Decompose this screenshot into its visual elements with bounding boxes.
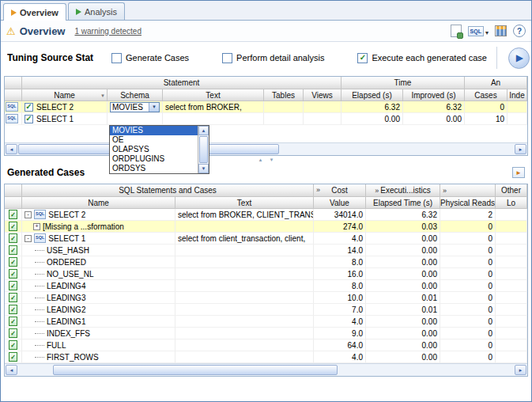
case-name-cell[interactable]: LEADING4: [22, 280, 175, 292]
schema-cell[interactable]: [108, 113, 163, 125]
case-name-cell[interactable]: LEADING1: [22, 316, 175, 328]
case-name-cell[interactable]: LEADING3: [22, 292, 175, 304]
scroll-thumb[interactable]: [53, 365, 338, 375]
statement-text[interactable]: select from BROKER,: [163, 101, 264, 113]
perform-detail-analysis-checkbox[interactable]: Perform detail analysis: [222, 53, 324, 63]
case-row[interactable]: ✓LEADING27.00.010: [5, 304, 527, 316]
splitter-down-icon[interactable]: ▼: [270, 157, 274, 162]
warning-link[interactable]: 1 warning detected: [74, 27, 141, 36]
case-row[interactable]: ✓+[Missing a ...sformation274.00.030: [5, 221, 527, 233]
statement-name-cell[interactable]: ✓ SELECT 2: [22, 101, 108, 113]
schema-option[interactable]: OLAPSYS: [110, 145, 198, 154]
scroll-down-button[interactable]: ▼: [198, 164, 209, 173]
checkbox-box[interactable]: [111, 53, 122, 63]
case-row[interactable]: ✓USE_HASH14.00.000: [5, 245, 527, 256]
col-elapsed-time[interactable]: Elapsed Time (s): [366, 197, 440, 209]
case-name-cell[interactable]: +[Missing a ...sformation: [22, 221, 175, 233]
case-name-cell[interactable]: ORDERED: [22, 256, 175, 268]
case-row[interactable]: ✓-SQLSELECT 1select from client_transact…: [5, 233, 527, 245]
case-row[interactable]: ✓FULL64.00.000: [5, 339, 527, 351]
dropdown-scrollbar[interactable]: ▲ ▼: [198, 126, 209, 173]
col-schema[interactable]: Schema: [108, 89, 163, 101]
case-row[interactable]: ✓-SQLSELECT 2select from BROKER, CLIENT_…: [5, 209, 527, 221]
help-icon[interactable]: ?: [513, 25, 526, 37]
statement-row[interactable]: SQL ✓ SELECT 1 0.00 0.00 10: [5, 113, 527, 125]
scroll-left-button[interactable]: ◄: [6, 365, 17, 375]
col-tables[interactable]: Tables: [264, 89, 304, 101]
case-name-cell[interactable]: INDEX_FFS: [22, 328, 175, 339]
scroll-right-button[interactable]: ►: [515, 365, 526, 375]
case-row[interactable]: ✓NO_USE_NL16.00.000: [5, 268, 527, 280]
case-name-cell[interactable]: FIRST_ROWS: [22, 351, 175, 363]
case-name-cell[interactable]: USE_HASH: [22, 245, 175, 256]
tab-analysis[interactable]: Analysis: [68, 2, 125, 20]
case-row[interactable]: ✓LEADING310.00.010: [5, 292, 527, 304]
col-text[interactable]: Text: [163, 89, 264, 101]
schema-option[interactable]: ORDPLUGINS: [110, 154, 198, 164]
checkbox-box[interactable]: [222, 53, 232, 63]
group-analysis[interactable]: An: [465, 77, 527, 89]
col-name[interactable]: Name ▼: [22, 89, 108, 101]
case-name-cell[interactable]: FULL: [22, 339, 175, 351]
table-options-icon[interactable]: ►: [512, 167, 525, 178]
case-name-cell[interactable]: LEADING2: [22, 304, 175, 316]
col-physical-reads[interactable]: Physical Reads: [440, 197, 496, 209]
combobox-arrow-icon[interactable]: ▾: [149, 103, 159, 112]
case-row[interactable]: ✓FIRST_ROWS4.00.000: [5, 351, 527, 363]
scroll-thumb[interactable]: [199, 136, 208, 163]
group-time[interactable]: Time: [341, 77, 465, 89]
col-name[interactable]: Name: [22, 197, 175, 209]
schema-option[interactable]: MOVIES: [110, 126, 198, 135]
group-sql-statements[interactable]: SQL Statements and Cases: [22, 184, 314, 197]
statement-views[interactable]: [304, 101, 341, 113]
col-text[interactable]: Text: [175, 197, 314, 209]
collapse-icon[interactable]: -: [25, 235, 32, 242]
grid-view-icon[interactable]: [495, 25, 507, 36]
col-views[interactable]: Views: [304, 89, 341, 101]
checkbox-box[interactable]: ✓: [357, 53, 368, 63]
expand-columns-icon[interactable]: »: [375, 187, 379, 195]
statement-row[interactable]: SQL ✓ SELECT 2 MOVIES ▾ select from BROK…: [5, 101, 527, 113]
statement-tables[interactable]: [264, 113, 304, 125]
tab-overview[interactable]: Overview: [3, 3, 66, 21]
schema-cell[interactable]: MOVIES ▾: [108, 101, 163, 113]
case-name-cell[interactable]: -SQLSELECT 1: [22, 233, 175, 245]
group-other[interactable]: Other: [496, 184, 527, 197]
case-name-cell[interactable]: NO_USE_NL: [22, 268, 175, 280]
group-statement[interactable]: Statement: [22, 77, 341, 89]
schema-option[interactable]: ORDSYS: [110, 164, 198, 173]
generate-cases-checkbox[interactable]: Generate Cases: [111, 53, 189, 63]
case-name-cell[interactable]: -SQLSELECT 2: [22, 209, 175, 221]
splitter-up-icon[interactable]: ▲: [258, 157, 263, 162]
expand-columns-icon[interactable]: »: [443, 187, 447, 195]
execute-generated-case-checkbox[interactable]: ✓ Execute each generated case: [357, 53, 487, 63]
scroll-left-button[interactable]: ◄: [6, 144, 17, 154]
col-logical[interactable]: Lo: [496, 197, 527, 209]
collapsed-group[interactable]: »: [440, 184, 496, 197]
case-row[interactable]: ✓LEADING48.00.000: [5, 280, 527, 292]
statement-text[interactable]: [163, 113, 264, 125]
col-value[interactable]: Value: [314, 197, 366, 209]
schema-combobox[interactable]: MOVIES ▾: [110, 102, 160, 112]
case-row[interactable]: ✓INDEX_FFS9.00.000: [5, 328, 527, 339]
report-icon[interactable]: [451, 25, 462, 37]
group-execution-statistics[interactable]: » Executi...istics: [366, 184, 440, 197]
sort-icon[interactable]: ▼: [100, 93, 105, 98]
statement-name-cell[interactable]: ✓ SELECT 1: [22, 113, 108, 125]
statement-views[interactable]: [304, 113, 341, 125]
row-checkbox[interactable]: ✓: [25, 115, 33, 123]
pane-splitter[interactable]: ▲ ▼: [1, 156, 531, 164]
run-tuning-button[interactable]: ▶: [508, 47, 530, 69]
row-checkbox[interactable]: ✓: [25, 103, 33, 112]
sql-menu-icon[interactable]: SQL ▾: [468, 26, 489, 36]
col-index[interactable]: Inde: [507, 89, 527, 101]
case-row[interactable]: ✓ORDERED8.00.000: [5, 256, 527, 268]
cases-hscrollbar[interactable]: ◄ ►: [5, 363, 527, 376]
scroll-right-button[interactable]: ►: [515, 144, 526, 154]
case-row[interactable]: ✓LEADING14.00.000: [5, 316, 527, 328]
scroll-up-button[interactable]: ▲: [198, 126, 209, 135]
col-cases[interactable]: Cases: [465, 89, 507, 101]
statement-tables[interactable]: [264, 101, 304, 113]
col-improved[interactable]: Improved (s): [403, 89, 465, 101]
statements-hscrollbar[interactable]: ◄ ►: [5, 142, 527, 155]
